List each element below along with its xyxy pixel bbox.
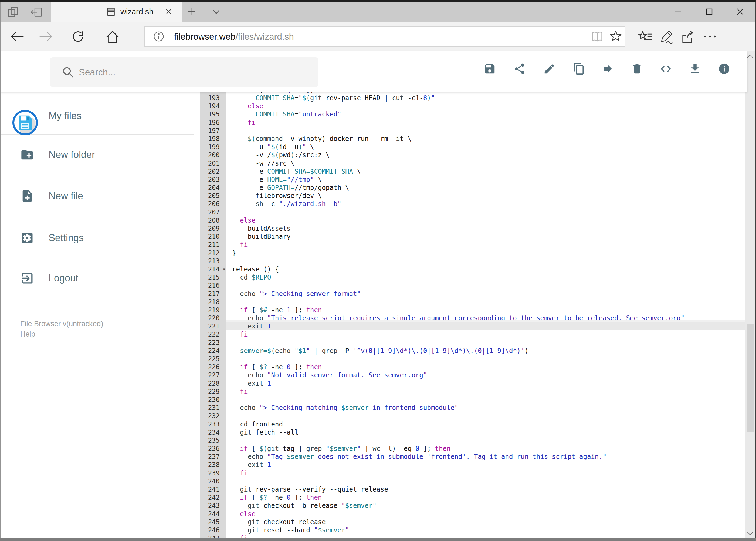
tab-preview-icon[interactable] [8, 6, 20, 18]
code-line[interactable]: else [226, 216, 745, 225]
code-line[interactable]: fi [226, 387, 745, 396]
share-page-icon[interactable] [680, 30, 695, 44]
code-line[interactable]: -w //src \ [226, 159, 745, 168]
code-line[interactable]: $(command -v winpty) docker run --rm -it… [226, 135, 745, 143]
code-line[interactable]: filebrowser/dev \ [226, 192, 745, 200]
code-line[interactable] [226, 127, 745, 135]
code-line[interactable]: else [226, 510, 745, 518]
code-line[interactable]: semver=$(echo "$1" | grep -P '^v(0|[1-9]… [226, 347, 745, 355]
code-line[interactable]: fi [226, 469, 745, 477]
code-line[interactable]: fi [226, 241, 745, 249]
code-line[interactable]: else [226, 102, 745, 110]
code-line[interactable]: COMMIT_SHA="$(git rev-parse HEAD | cut -… [226, 94, 745, 102]
delete-button[interactable] [631, 63, 643, 75]
code-lines[interactable]: if [ -d ".git" ]; then COMMIT_SHA="$(git… [226, 92, 745, 538]
code-line[interactable]: sh -c "./wizard.sh -b" [226, 200, 745, 208]
code-line[interactable]: if [ $# -ne 1 ]; then [226, 306, 745, 314]
code-line[interactable]: fi [226, 534, 745, 538]
code-line[interactable]: -e GOPATH=//tmp/gopath \ [226, 184, 745, 192]
code-line[interactable]: echo "> Checking matching $semver in fro… [226, 404, 745, 412]
minimize-button[interactable] [664, 2, 691, 22]
more-options-icon[interactable] [702, 33, 717, 40]
code-line[interactable] [226, 396, 745, 404]
code-line[interactable]: echo "This release script requires a sin… [226, 314, 745, 322]
tab-list-chevron-icon[interactable] [211, 9, 221, 16]
share-button[interactable] [513, 63, 526, 75]
tab-close-icon[interactable] [165, 8, 173, 16]
scroll-down-icon[interactable] [747, 531, 754, 536]
home-icon[interactable] [105, 29, 121, 44]
code-line[interactable]: echo "> Checking semver format" [226, 290, 745, 298]
scrollbar-thumb[interactable] [747, 324, 754, 432]
sidebar-item-settings[interactable]: Settings [1, 229, 195, 248]
code-line[interactable]: git reset --hard "$semver" [226, 526, 745, 534]
code-line[interactable]: buildBinary [226, 233, 745, 241]
code-line[interactable] [226, 208, 745, 216]
help-link[interactable]: Help [20, 329, 104, 339]
code-line[interactable]: exit 1 [226, 322, 745, 330]
code-line[interactable]: } [226, 249, 745, 257]
page-scrollbar[interactable] [745, 51, 755, 538]
sidebar-item-new-folder[interactable]: New folder [1, 146, 195, 165]
code-line[interactable]: if [ $? -ne 0 ]; then [226, 363, 745, 371]
close-button[interactable] [727, 2, 754, 22]
code-line[interactable] [226, 436, 745, 445]
code-line[interactable]: echo "Tag $semver does not exist in subm… [226, 453, 745, 461]
code-line[interactable]: -u "$(id -u)" \ [226, 143, 745, 151]
new-tab-icon[interactable] [187, 7, 196, 16]
code-line[interactable]: -e COMMIT_SHA=$COMMIT_SHA \ [226, 168, 745, 176]
code-line[interactable]: fi [226, 119, 745, 127]
search-bar[interactable]: Search... [50, 57, 319, 87]
code-editor[interactable]: 1921931941951961971981992002012022032042… [200, 92, 745, 538]
move-button[interactable] [602, 63, 614, 75]
scroll-up-icon[interactable] [747, 54, 754, 59]
code-line[interactable]: -v /$(pwd):/src:z \ [226, 151, 745, 159]
code-line[interactable]: fi [226, 330, 745, 338]
code-line[interactable]: git fetch --all [226, 428, 745, 436]
filebrowser-logo[interactable] [12, 110, 38, 135]
code-line[interactable]: -e HOME="//tmp" \ [226, 176, 745, 184]
code-line[interactable]: cd $REPO [226, 273, 745, 281]
sidebar-item-new-file[interactable]: New file [1, 187, 195, 206]
maximize-button[interactable] [696, 2, 723, 22]
code-line[interactable] [226, 298, 745, 306]
fold-arrow-icon[interactable]: ▾ [223, 265, 225, 273]
code-line[interactable]: git checkout -b release "$semver" [226, 502, 745, 510]
reading-view-icon[interactable] [590, 30, 604, 43]
web-notes-pen-icon[interactable] [659, 29, 674, 44]
info-button[interactable] [718, 63, 730, 75]
code-line[interactable]: if [ $? -ne 0 ]; then [226, 493, 745, 502]
code-line[interactable]: cd frontend [226, 420, 745, 428]
code-line[interactable]: release () { [226, 265, 745, 273]
code-line[interactable] [226, 477, 745, 485]
set-tabs-aside-icon[interactable] [30, 6, 43, 18]
code-line[interactable]: git rev-parse --verify --quiet release [226, 485, 745, 493]
code-line[interactable]: COMMIT_SHA="untracked" [226, 110, 745, 118]
copy-button[interactable] [573, 63, 585, 75]
edit-button[interactable] [543, 63, 556, 75]
code-line[interactable] [226, 281, 745, 289]
back-icon[interactable] [10, 29, 25, 44]
code-line[interactable]: echo "Not valid semver format. See semve… [226, 371, 745, 379]
save-button[interactable] [484, 63, 496, 75]
code-line[interactable]: if [ -d ".git" ]; then [226, 92, 745, 94]
code-view-button[interactable] [660, 63, 672, 75]
code-line[interactable] [226, 257, 745, 265]
code-line[interactable] [226, 339, 745, 347]
address-bar[interactable]: filebrowser.web/files/wizard.sh [144, 26, 626, 47]
code-line[interactable]: if [ $(git tag | grep "$semver" | wc -l)… [226, 445, 745, 453]
code-line[interactable]: buildAssets [226, 225, 745, 233]
code-line[interactable] [226, 355, 745, 363]
site-info-icon[interactable] [152, 30, 165, 43]
code-line[interactable]: exit 1 [226, 379, 745, 387]
favorites-hub-icon[interactable] [637, 30, 653, 44]
download-button[interactable] [689, 63, 701, 75]
code-line[interactable] [226, 412, 745, 420]
code-line[interactable]: exit 1 [226, 461, 745, 469]
forward-icon[interactable] [38, 29, 54, 44]
favorite-star-icon[interactable] [609, 29, 623, 44]
sidebar-item-logout[interactable]: Logout [1, 269, 195, 288]
refresh-icon[interactable] [71, 29, 86, 44]
code-line[interactable]: git checkout release [226, 518, 745, 526]
browser-tab[interactable]: wizard.sh [51, 2, 182, 22]
